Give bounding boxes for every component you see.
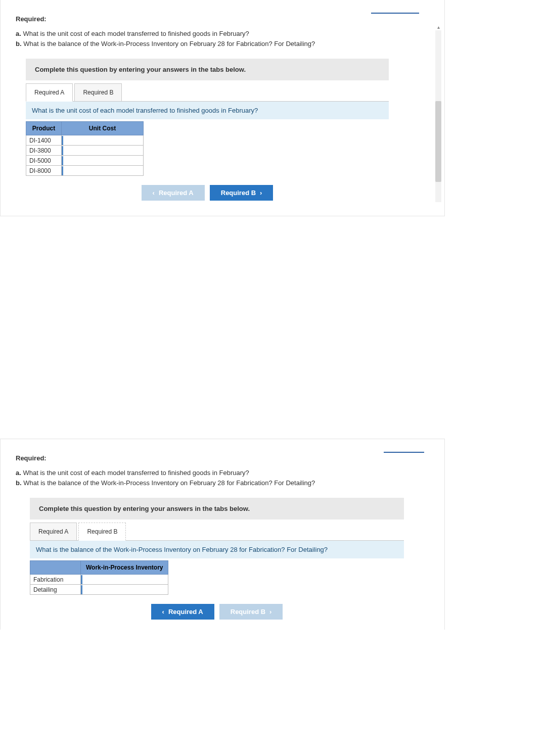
tab-required-b[interactable]: Required B (74, 83, 122, 102)
table-row: Fabrication (30, 575, 168, 585)
table-row: DI-3800 (26, 146, 144, 156)
requirements-list: a. What is the unit cost of each model t… (16, 468, 429, 488)
top-link-underline (384, 452, 424, 453)
scroll-up-icon[interactable]: ▴ (435, 24, 441, 30)
gap-between-panels (0, 216, 546, 439)
requirements-list: a. What is the unit cost of each model t… (16, 29, 429, 49)
next-label: Required B (221, 189, 256, 197)
chevron-left-icon: ‹ (162, 608, 164, 616)
tabs-row: Required A Required B (26, 83, 389, 102)
row-label: DI-1400 (26, 135, 62, 146)
tab-required-a[interactable]: Required A (30, 523, 77, 541)
chevron-right-icon: › (269, 608, 271, 616)
prev-required-a-button[interactable]: ‹ Required A (151, 604, 214, 620)
tab-required-b[interactable]: Required B (78, 523, 126, 541)
requirement-b: b. What is the balance of the Work-in-Pr… (16, 39, 429, 49)
question-panel-a: ▴ Required: a. What is the unit cost of … (0, 0, 445, 216)
row-label: DI-3800 (26, 146, 62, 156)
table-row: Detailing (30, 585, 168, 595)
question-bar: What is the balance of the Work-in-Proce… (30, 540, 404, 558)
req-text: What is the balance of the Work-in-Proce… (23, 40, 315, 48)
prev-label: Required A (159, 189, 194, 197)
requirement-b: b. What is the balance of the Work-in-Pr… (16, 478, 429, 488)
req-text: What is the balance of the Work-in-Proce… (23, 479, 315, 487)
nav-buttons: ‹ Required A Required B › (30, 604, 404, 620)
wip-input-fabrication[interactable] (81, 575, 168, 584)
prev-label: Required A (168, 608, 203, 616)
tab-required-a[interactable]: Required A (26, 83, 73, 102)
row-label: DI-8000 (26, 166, 62, 176)
requirement-a: a. What is the unit cost of each model t… (16, 29, 429, 39)
unit-cost-input-di8000[interactable] (62, 166, 143, 175)
table-row: DI-8000 (26, 166, 144, 176)
unit-cost-input-di5000[interactable] (62, 156, 143, 165)
required-heading: Required: (16, 454, 429, 462)
top-link-underline (371, 13, 419, 14)
question-panel-b: Required: a. What is the unit cost of ea… (0, 439, 445, 630)
chevron-right-icon: › (260, 189, 262, 197)
instruction-bar: Complete this question by entering your … (26, 59, 389, 80)
req-text: What is the unit cost of each model tran… (23, 30, 249, 37)
col-product: Product (26, 122, 62, 135)
unit-cost-input-di3800[interactable] (62, 146, 143, 155)
req-letter: b. (16, 40, 22, 48)
col-unit-cost: Unit Cost (62, 122, 144, 135)
req-letter: b. (16, 479, 22, 487)
nav-buttons: ‹ Required A Required B › (26, 185, 389, 201)
row-label: DI-5000 (26, 156, 62, 166)
answer-table-b: Work-in-Process Inventory Fabrication De… (30, 560, 168, 595)
answer-table-a: Product Unit Cost DI-1400 DI-3800 DI-500… (26, 121, 144, 176)
question-bar: What is the unit cost of each model tran… (26, 101, 389, 119)
instruction-bar: Complete this question by entering your … (30, 498, 404, 519)
tabs-row: Required A Required B (30, 523, 404, 541)
scrollbar-thumb[interactable] (435, 101, 441, 182)
table-row: DI-5000 (26, 156, 144, 166)
unit-cost-input-di1400[interactable] (62, 136, 143, 145)
col-wip-inventory: Work-in-Process Inventory (81, 561, 168, 575)
req-letter: a. (16, 469, 21, 477)
row-label: Detailing (30, 585, 81, 595)
requirement-a: a. What is the unit cost of each model t… (16, 468, 429, 478)
col-blank (30, 561, 81, 575)
row-label: Fabrication (30, 575, 81, 585)
next-required-b-button[interactable]: Required B › (210, 185, 274, 201)
table-row: DI-1400 (26, 135, 144, 146)
chevron-left-icon: ‹ (153, 189, 155, 197)
prev-required-a-button: ‹ Required A (142, 185, 205, 201)
req-letter: a. (16, 30, 21, 37)
required-heading: Required: (16, 15, 429, 23)
next-label: Required B (231, 608, 265, 616)
next-required-b-button: Required B › (219, 604, 283, 620)
wip-input-detailing[interactable] (81, 585, 168, 594)
req-text: What is the unit cost of each model tran… (23, 469, 249, 477)
